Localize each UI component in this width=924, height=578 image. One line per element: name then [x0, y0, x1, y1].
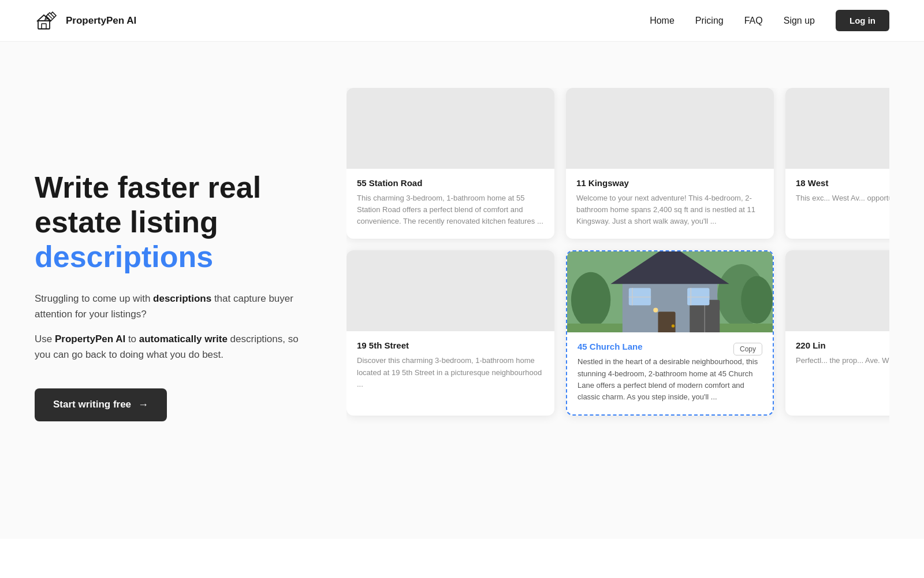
property-card-2: 11 Kingsway Welcome to your next adventu… — [566, 88, 774, 239]
property-card-5: 45 Church Lane Copy Nestled in the heart… — [566, 250, 774, 416]
login-button[interactable]: Log in — [836, 10, 889, 31]
nav-link-signup[interactable]: Sign up — [784, 16, 815, 26]
svg-point-21 — [653, 308, 658, 313]
card-address-1: 55 Station Road — [357, 178, 544, 188]
property-card-1: 55 Station Road This charming 3-bedroom,… — [346, 88, 554, 239]
svg-rect-12 — [658, 312, 675, 333]
card-address-2: 11 Kingsway — [576, 178, 763, 188]
card-desc-2: Welcome to your next adventure! This 4-b… — [576, 192, 763, 227]
card-desc-1: This charming 3-bedroom, 1-bathroom home… — [357, 192, 544, 227]
card-image-house — [567, 251, 773, 332]
card-desc-3: This exc... West Av... opportuni... and … — [796, 192, 889, 204]
hero-title: Write faster real estate listing descrip… — [35, 171, 312, 274]
svg-rect-19 — [687, 297, 709, 298]
svg-rect-1 — [42, 24, 46, 29]
card-image-1 — [346, 88, 554, 169]
svg-rect-16 — [629, 297, 651, 298]
nav-link-pricing[interactable]: Pricing — [695, 16, 724, 26]
cta-button[interactable]: Start writing free → — [35, 388, 167, 421]
card-image-3 — [785, 88, 889, 169]
cta-label: Start writing free — [53, 399, 131, 410]
card-address-4: 19 5th Street — [357, 340, 544, 350]
logo[interactable]: PropertyPen AI — [35, 8, 136, 34]
svg-point-6 — [741, 276, 773, 324]
card-desc-4: Discover this charming 3-bedroom, 1-bath… — [357, 355, 544, 390]
nav-link-faq[interactable]: FAQ — [744, 16, 763, 26]
card-desc-6: Perfectl... the prop... Ave. Wil... ampl… — [796, 355, 889, 366]
navbar: PropertyPen AI Home Pricing FAQ Sign up … — [0, 0, 924, 42]
card-address-6: 220 Lin — [796, 340, 889, 350]
nav-link-home[interactable]: Home — [650, 16, 675, 26]
nav-links: Home Pricing FAQ Sign up Log in — [650, 10, 889, 31]
card-address-3: 18 West — [796, 178, 889, 188]
property-card-4: 19 5th Street Discover this charming 3-b… — [346, 250, 554, 416]
card-address-5: 45 Church Lane — [578, 342, 643, 351]
hero-content: Write faster real estate listing descrip… — [35, 171, 312, 421]
arrow-icon: → — [138, 399, 148, 411]
svg-point-13 — [672, 325, 675, 328]
hero-section: Write faster real estate listing descrip… — [0, 42, 924, 539]
svg-rect-0 — [38, 21, 50, 29]
hero-subtitle-1: Struggling to come up with descriptions … — [35, 291, 312, 322]
property-card-3: 18 West This exc... West Av... opportuni… — [785, 88, 889, 239]
card-desc-5: Nestled in the heart of a desirable neig… — [578, 356, 762, 403]
svg-point-4 — [571, 272, 610, 328]
card-image-2 — [566, 88, 774, 169]
card-image-4 — [346, 250, 554, 331]
property-cards-area: 55 Station Road This charming 3-bedroom,… — [346, 88, 889, 504]
logo-icon — [35, 8, 60, 34]
card-image-6 — [785, 250, 889, 331]
cards-grid: 55 Station Road This charming 3-bedroom,… — [346, 88, 889, 416]
logo-text: PropertyPen AI — [66, 15, 136, 27]
hero-subtitle-2: Use PropertyPen AI to automatically writ… — [35, 331, 312, 362]
property-card-6: 220 Lin Perfectl... the prop... Ave. Wil… — [785, 250, 889, 416]
copy-button[interactable]: Copy — [733, 343, 762, 355]
